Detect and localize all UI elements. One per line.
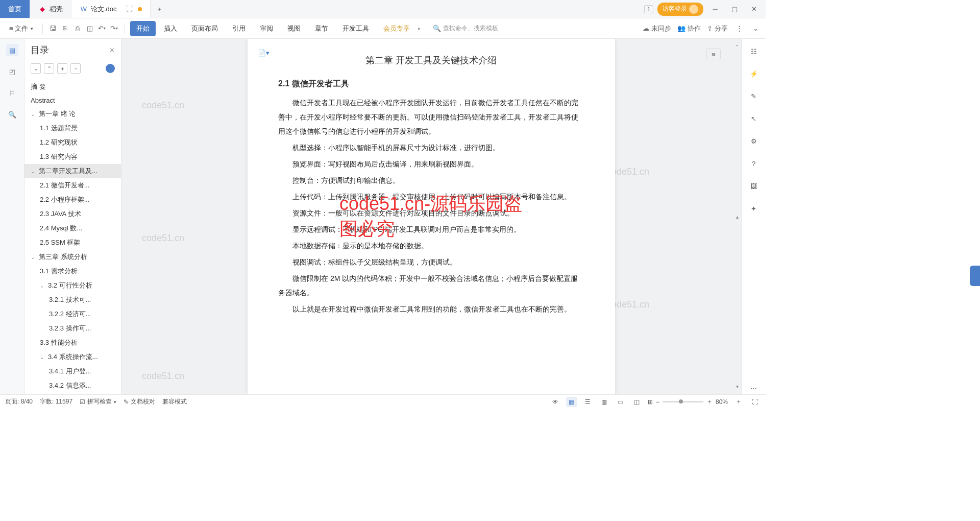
collapse-all-icon[interactable]: ⌄ [31, 63, 41, 74]
compat-mode[interactable]: 兼容模式 [162, 397, 187, 406]
outline-item[interactable]: Abstract [24, 94, 121, 107]
outline-item[interactable]: 3.2.1 技术可... [24, 293, 121, 307]
ribbon-devtools[interactable]: 开发工具 [336, 21, 375, 36]
add-view-icon[interactable]: ＋ [733, 397, 744, 407]
page-view-icon[interactable]: ▦ [566, 397, 577, 407]
ribbon-insert[interactable]: 插入 [158, 21, 183, 36]
search-input[interactable]: 🔍 查找命令、搜索模板 [433, 24, 498, 33]
settings-icon[interactable]: ⚙ [748, 135, 760, 147]
outline-item[interactable]: 3.4.2 信息添... [24, 378, 121, 393]
print-icon[interactable]: ⎙ [72, 23, 83, 34]
collab-button[interactable]: 👥协作 [677, 24, 701, 33]
zoom-slider[interactable] [663, 401, 703, 402]
close-button[interactable]: ✕ [746, 2, 762, 17]
ribbon-reference[interactable]: 引用 [226, 21, 252, 36]
outline-item[interactable]: ⌄第二章开发工具及... [24, 164, 121, 178]
ribbon-layout[interactable]: 页面布局 [185, 21, 224, 36]
ribbon-start[interactable]: 开始 [130, 21, 156, 36]
share-button[interactable]: ⇪分享 [707, 24, 728, 33]
more-tools-icon[interactable]: ⋯ [748, 382, 760, 394]
clipboard-icon[interactable]: ◰ [6, 65, 18, 78]
more-icon[interactable]: ⋮ [734, 23, 744, 34]
collapse-icon[interactable]: ⌄ [750, 23, 761, 34]
proofread-button[interactable]: ✎文档校对 [124, 397, 155, 406]
minimize-button[interactable]: ─ [707, 2, 723, 17]
page-tool-icon[interactable]: 📄▾ [258, 49, 270, 57]
spellcheck-button[interactable]: ☑拼写检查▾ [80, 397, 116, 406]
screen-icon[interactable]: ⛶ [126, 5, 133, 13]
ribbon-review[interactable]: 审阅 [254, 21, 279, 36]
word-count[interactable]: 字数: 11597 [40, 397, 72, 406]
export-icon[interactable]: ⎘ [60, 23, 70, 34]
remove-heading-icon[interactable]: － [70, 63, 81, 74]
maximize-button[interactable]: ▢ [727, 2, 742, 17]
outline-item[interactable]: ⌄第三章 系统分析 [24, 250, 121, 264]
page-indicator[interactable]: 页面: 8/40 [5, 397, 33, 406]
ribbon-vip[interactable]: 会员专享 [377, 21, 416, 36]
image-icon[interactable]: 🖼 [748, 180, 760, 192]
cursor-icon[interactable]: ↖ [748, 112, 760, 125]
zoom-level[interactable]: 80% [716, 398, 728, 406]
outline-item[interactable]: 2.1 微信开发者... [24, 178, 121, 193]
outline-item[interactable]: 摘 要 [24, 80, 121, 94]
outline-item[interactable]: ⌄第一章 绪 论 [24, 107, 121, 121]
sync-button[interactable]: ☁未同步 [643, 24, 671, 33]
preview-icon[interactable]: ◫ [85, 23, 95, 34]
outline-icon[interactable]: ▤ [6, 44, 18, 56]
pen-icon[interactable]: ✎ [748, 90, 760, 102]
tab-home[interactable]: 首页 [0, 0, 30, 18]
window-count-badge[interactable]: 1 [644, 5, 653, 13]
zoom-control[interactable]: ⊞ − ＋ 80% [648, 397, 728, 406]
panel-toggle-icon[interactable]: ≡ [706, 48, 721, 60]
outline-item[interactable]: 3.4.1 用户登... [24, 364, 121, 378]
outline-item[interactable]: ⌄3.4 系统操作流... [24, 350, 121, 364]
outline-item[interactable]: 1.3 研究内容 [24, 150, 121, 164]
ribbon-view[interactable]: 视图 [281, 21, 307, 36]
read-view-icon[interactable]: ▭ [615, 397, 626, 407]
help-icon[interactable]: ? [748, 157, 760, 170]
expand-all-icon[interactable]: ⌃ [44, 63, 54, 74]
ribbon-section[interactable]: 章节 [309, 21, 334, 36]
outline-item[interactable]: 1.2 研究现状 [24, 135, 121, 150]
outline-close-icon[interactable]: ✕ [109, 46, 115, 54]
add-heading-icon[interactable]: ＋ [57, 63, 67, 74]
zoom-out-icon[interactable]: − [656, 398, 659, 406]
save-icon[interactable]: 🖫 [48, 23, 58, 34]
outline-item[interactable]: 2.2 小程序框架... [24, 193, 121, 207]
login-button[interactable]: 访客登录 [657, 3, 703, 16]
menu-button[interactable]: ≡ 文件▾ [5, 22, 37, 35]
outline-item[interactable]: 3.2.2 经济可... [24, 307, 121, 321]
scroll-top-icon[interactable]: ⌃ [735, 44, 739, 50]
tab-document[interactable]: W 论文.doc ⛶ [71, 0, 151, 18]
scroll-up-icon[interactable]: ▴ [736, 214, 739, 220]
document-area[interactable]: code51.cn code51.cn code51.cn code51.cn … [121, 39, 741, 394]
bookmark-icon[interactable]: ⚐ [6, 87, 18, 99]
layers-icon[interactable]: ☷ [748, 45, 760, 57]
outline-list[interactable]: 摘 要Abstract⌄第一章 绪 论1.1 选题背景1.2 研究现状1.3 研… [24, 78, 121, 394]
outline-item[interactable]: 2.3 JAVA 技术 [24, 207, 121, 221]
outline-badge-icon[interactable] [106, 64, 115, 73]
scroll-down-icon[interactable]: ▾ [736, 384, 739, 389]
undo-icon[interactable]: ↶▾ [97, 23, 107, 34]
outline-item[interactable]: 2.5 SSM 框架 [24, 235, 121, 250]
tab-daoke[interactable]: ◆ 稻壳 [30, 0, 71, 18]
compass-icon[interactable]: ✦ [748, 202, 760, 215]
zoom-in-icon[interactable]: ＋ [706, 397, 713, 406]
web-view-icon[interactable]: ▥ [599, 397, 610, 407]
outline-item[interactable]: 3.3 性能分析 [24, 336, 121, 350]
outline-item[interactable]: 2.4 Mysql 数... [24, 221, 121, 235]
outline-item[interactable]: 3.1 需求分析 [24, 264, 121, 278]
split-view-icon[interactable]: ◫ [631, 397, 643, 407]
find-icon[interactable]: 🔍 [6, 108, 18, 121]
fullscreen-icon[interactable]: ⛶ [749, 397, 761, 407]
outline-view-icon[interactable]: ☰ [582, 397, 594, 407]
focus-view-icon[interactable]: 👁 [550, 397, 561, 407]
vertical-scrollbar[interactable]: ⌃ ▴ ▾ [733, 39, 741, 394]
outline-item[interactable]: ⌄3.2 可行性分析 [24, 278, 121, 293]
outline-item[interactable]: 3.4.3 信息删... [24, 393, 121, 394]
redo-icon[interactable]: ↷▾ [109, 23, 119, 34]
tab-add[interactable]: ＋ [151, 0, 169, 18]
outline-item[interactable]: 1.1 选题背景 [24, 121, 121, 135]
outline-item[interactable]: 3.2.3 操作可... [24, 321, 121, 336]
styles-icon[interactable]: ⚡ [748, 67, 760, 80]
